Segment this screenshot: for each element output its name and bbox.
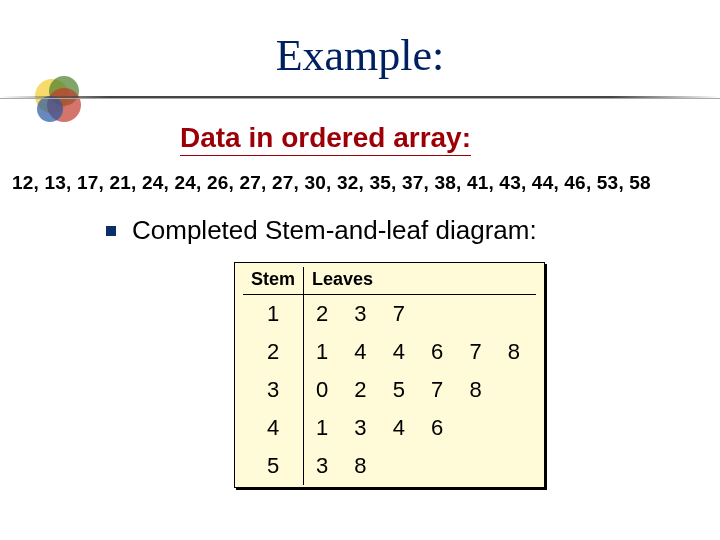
stem-cell: 5 <box>243 447 304 485</box>
stem-cell: 3 <box>243 371 304 409</box>
leaves-cell: 2 3 7 <box>304 295 536 334</box>
col-header-leaves: Leaves <box>304 267 536 295</box>
table-row: 3 0 2 5 7 8 <box>243 371 536 409</box>
table-row: 5 3 8 <box>243 447 536 485</box>
leaves-cell: 3 8 <box>304 447 536 485</box>
table-row: 4 1 3 4 6 <box>243 409 536 447</box>
stem-cell: 1 <box>243 295 304 334</box>
bullet-line: Completed Stem-and-leaf diagram: <box>106 215 537 246</box>
svg-point-3 <box>37 96 63 122</box>
title-underline <box>0 96 720 99</box>
stem-cell: 4 <box>243 409 304 447</box>
ordered-array-values: 12, 13, 17, 21, 24, 24, 26, 27, 27, 30, … <box>12 172 651 194</box>
leaves-cell: 0 2 5 7 8 <box>304 371 536 409</box>
table-row: 1 2 3 7 <box>243 295 536 334</box>
bullet-icon <box>106 226 116 236</box>
leaves-cell: 1 3 4 6 <box>304 409 536 447</box>
stem-leaf-table: Stem Leaves 1 2 3 7 2 1 4 4 6 7 8 3 0 2 … <box>234 262 545 488</box>
table-row: 2 1 4 4 6 7 8 <box>243 333 536 371</box>
bullet-text: Completed Stem-and-leaf diagram: <box>132 215 537 246</box>
leaves-cell: 1 4 4 6 7 8 <box>304 333 536 371</box>
stem-cell: 2 <box>243 333 304 371</box>
ordered-array-label: Data in ordered array: <box>180 122 471 156</box>
slide-title: Example: <box>0 30 720 81</box>
col-header-stem: Stem <box>243 267 304 295</box>
